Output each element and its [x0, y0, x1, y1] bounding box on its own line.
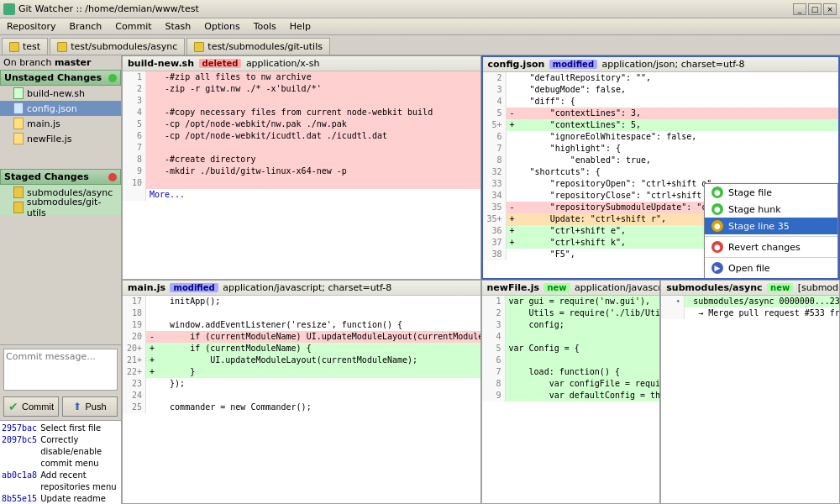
- close-btn[interactable]: ×: [823, 3, 837, 15]
- diff-line: 10: [123, 177, 480, 189]
- titlebar-controls[interactable]: _ □ ×: [793, 3, 837, 15]
- commit-buttons: ✔ Commit ⬆ Push: [3, 396, 118, 417]
- file-name-main: main.js: [27, 118, 60, 129]
- staged-item-gitutils[interactable]: submodules/git-utils: [0, 200, 121, 215]
- menu-commit[interactable]: Commit: [112, 20, 155, 33]
- log-msg-0: Select first file: [40, 423, 101, 434]
- menu-repository[interactable]: Repository: [3, 20, 60, 33]
- log-hash-0[interactable]: 2957bac: [2, 423, 37, 434]
- branch-info: On branch master: [0, 55, 121, 70]
- diff-line: 23 });: [123, 378, 480, 390]
- panel-async-header: submodules/async new [submodule]: [661, 281, 839, 296]
- unstaged-label: Unstaged Changes: [4, 72, 102, 83]
- menu-branch[interactable]: Branch: [66, 20, 106, 33]
- tabs-bar: test test/submodules/async test/submodul…: [0, 35, 840, 55]
- unstaged-header: Unstaged Changes: [0, 70, 121, 86]
- ctx-stage-line-label: Stage line 35: [728, 221, 790, 232]
- staged-indicator: [108, 173, 117, 181]
- spacer: [0, 265, 121, 344]
- main-meta: application/javascript; charset=utf-8: [223, 282, 391, 293]
- ctx-stage-line[interactable]: ● Stage line 35: [705, 218, 837, 234]
- diff-line: 1var gui = require('nw.gui'),: [482, 296, 660, 307]
- arrow-icon: ⬆: [73, 401, 81, 412]
- file-item-config[interactable]: config.json: [0, 101, 121, 116]
- diff-line: 2 -zip -r gitw.nw ./* -x'build/*': [123, 83, 480, 95]
- diff-line: 7: [123, 142, 480, 154]
- more-link[interactable]: More...: [146, 189, 480, 201]
- diff-line: 8 -#create directory: [123, 154, 480, 165]
- ctx-stage-file-label: Stage file: [728, 187, 772, 198]
- main-diff-content: 17 initApp(); 18 19 window.addEventListe…: [123, 296, 480, 503]
- file-item-newfile[interactable]: newFile.js: [0, 131, 121, 146]
- diff-line: 22++ }: [123, 366, 480, 378]
- stage-line-icon: ●: [711, 220, 723, 232]
- tab-test[interactable]: test: [2, 38, 48, 55]
- commit-message-input[interactable]: [3, 349, 118, 391]
- ctx-stage-file[interactable]: ● Stage file: [705, 184, 837, 201]
- branch-name: master: [55, 57, 92, 68]
- log-msg-2: Add recent repositories menu: [40, 470, 119, 493]
- ctx-open-file[interactable]: ▶ Open file: [705, 260, 837, 276]
- file-item-main[interactable]: main.js: [0, 116, 121, 131]
- tab-test-label: test: [23, 41, 40, 52]
- folder-icon-2: [57, 42, 67, 52]
- open-file-icon: ▶: [711, 262, 723, 274]
- check-icon: ✔: [8, 400, 18, 413]
- diff-line-more: More...: [123, 189, 480, 201]
- diff-line: 9 -mkdir ./build/gitw-linux-x64-new -p: [123, 165, 480, 177]
- newfile-filename: newFile.js: [487, 282, 539, 293]
- maximize-btn[interactable]: □: [808, 3, 822, 15]
- left-panel: On branch master Unstaged Changes build-…: [0, 55, 122, 504]
- commit-button[interactable]: ✔ Commit: [3, 396, 59, 417]
- titlebar-title: Git Watcher :: /home/demian/www/test: [18, 3, 199, 14]
- ctx-revert[interactable]: ● Revert changes: [705, 239, 837, 255]
- log-msg-3: Update readme: [40, 493, 106, 504]
- build-filename: build-new.sh: [128, 58, 194, 69]
- menu-stash[interactable]: Stash: [162, 20, 195, 33]
- log-hash-1[interactable]: 2097bc5: [2, 434, 37, 470]
- sh-icon: [13, 87, 24, 99]
- folder-icon: [9, 42, 19, 52]
- diff-line: 4 -#copy necessary files from current no…: [123, 107, 480, 118]
- push-button[interactable]: ⬆ Push: [62, 396, 118, 417]
- menu-options[interactable]: Options: [201, 20, 243, 33]
- build-badge: deleted: [199, 59, 242, 68]
- diff-line: 6 "ignoreEolWhitespace": false,: [483, 131, 839, 143]
- js-icon: [13, 118, 24, 129]
- diff-line: 3: [123, 95, 480, 107]
- tab-async[interactable]: test/submodules/async: [50, 38, 185, 55]
- menu-tools[interactable]: Tools: [250, 20, 280, 33]
- ctx-stage-hunk[interactable]: ● Stage hunk: [705, 201, 837, 218]
- log-hash-3[interactable]: 8b55e15: [2, 493, 37, 504]
- ctx-sep-1: [705, 236, 837, 237]
- build-meta: application/x-sh: [246, 58, 320, 69]
- diff-line: 2 Utils = require('./lib/Utils'),: [482, 307, 660, 319]
- stage-file-icon: ●: [711, 186, 723, 198]
- stage-hunk-icon: ●: [711, 203, 723, 215]
- diff-line: 4 "diff": {: [483, 96, 839, 108]
- diff-line: 19 window.addEventListener('resize', fun…: [123, 319, 480, 331]
- staged-name-gitutils: submodules/git-utils: [27, 197, 118, 218]
- log-hash-2[interactable]: ab0c1a8: [2, 470, 37, 493]
- panel-newfile: newFile.js new application/javascript; c…: [481, 280, 661, 504]
- minimize-btn[interactable]: _: [793, 3, 806, 15]
- content-area: build-new.sh deleted application/x-sh 1 …: [122, 55, 840, 504]
- newfile-diff-content: 1var gui = require('nw.gui'), 2 Utils = …: [482, 296, 660, 503]
- log-msg-1: Correctly disable/enable commit menu: [40, 434, 119, 470]
- staged-label: Staged Changes: [4, 171, 89, 182]
- app-icon: [3, 3, 15, 15]
- diff-line: 7 load: function() {: [482, 366, 660, 378]
- log-item-2: ab0c1a8 Add recent repositories menu: [2, 470, 119, 493]
- diff-line: 3 "debugMode": false,: [483, 84, 839, 96]
- diff-line: 18: [123, 307, 480, 319]
- diff-line: 6 -cp /opt/node-webkit/icudtl.dat ./icud…: [123, 130, 480, 142]
- file-item-build[interactable]: build-new.sh: [0, 86, 121, 101]
- panel-config-header: config.json modified application/json; c…: [483, 57, 839, 72]
- diff-line: 1 -#zip all files to nw archive: [123, 71, 480, 83]
- menu-help[interactable]: Help: [286, 20, 314, 33]
- panel-build-header: build-new.sh deleted application/x-sh: [123, 56, 480, 71]
- tab-gitutils[interactable]: test/submodules/git-utils: [186, 38, 330, 55]
- log-item-3: 8b55e15 Update readme: [2, 493, 119, 504]
- diff-line: 7 "highlight": {: [483, 143, 839, 155]
- config-filename: config.json: [488, 59, 545, 70]
